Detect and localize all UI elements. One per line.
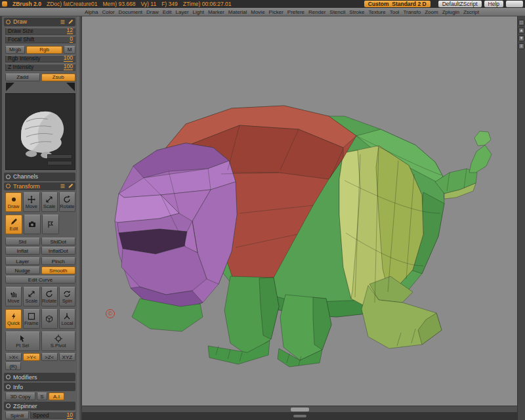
scroll-down-icon[interactable]: ▼: [518, 35, 524, 41]
preview-slider[interactable]: [47, 161, 72, 165]
palette-header-zspinner[interactable]: ZSpinner: [4, 402, 75, 410]
s-pivot-button[interactable]: S.Pivot: [41, 331, 76, 351]
button-label: Scale: [25, 299, 37, 304]
snapshot-button[interactable]: [24, 215, 41, 234]
ai-button[interactable]: A.I: [49, 392, 64, 400]
inflat-button[interactable]: Inflat: [5, 247, 40, 255]
s-button[interactable]: S: [37, 392, 47, 400]
z-intensity-slider[interactable]: Z Intensity100: [5, 64, 75, 71]
menu-item-zscript[interactable]: Zscript: [463, 9, 479, 15]
menu-item-document[interactable]: Document: [119, 9, 142, 15]
solid-button[interactable]: [41, 309, 58, 329]
menu-item-stroke[interactable]: Stroke: [349, 9, 364, 15]
ui-config-chip[interactable]: Custom Standard 2 D: [364, 1, 430, 7]
menu-item-edit[interactable]: Edit: [163, 9, 172, 15]
corner-triangle-left-icon[interactable]: [6, 83, 14, 91]
nav-rotate-button[interactable]: Rotate: [41, 287, 58, 306]
tray-divider[interactable]: [77, 16, 82, 420]
scale-mode-button[interactable]: Scale: [41, 192, 58, 212]
partial-button[interactable]: [506, 1, 523, 7]
spinit-button[interactable]: SpinIt: [5, 411, 29, 419]
menu-item-zoom[interactable]: Zoom: [425, 9, 438, 15]
document-canvas[interactable]: ©: [82, 16, 517, 406]
pt-sel-button[interactable]: Pt Sel: [5, 331, 40, 351]
menu-item-tool[interactable]: Tool: [390, 9, 400, 15]
std-button[interactable]: Std: [5, 238, 40, 245]
default-zscript-button[interactable]: DefaultZScript: [438, 1, 482, 7]
quick-button[interactable]: Quick: [5, 309, 22, 329]
menu-item-draw[interactable]: Draw: [146, 9, 159, 15]
palette-header-transform[interactable]: Transform: [4, 182, 75, 191]
rapid-button[interactable]: (R): [5, 362, 21, 370]
menu-item-layer[interactable]: Layer: [176, 9, 189, 15]
zadd-button[interactable]: Zadd: [5, 74, 40, 81]
lock-y-button[interactable]: >Y<: [23, 353, 39, 361]
menu-item-transfo[interactable]: Transfo: [403, 9, 421, 15]
palette-header-modifiers[interactable]: Modifiers: [4, 373, 75, 381]
focal-shift-slider[interactable]: Focal Shift0: [5, 36, 75, 43]
layer-button[interactable]: Layer: [5, 257, 40, 265]
speed-slider[interactable]: Speed10: [30, 411, 75, 419]
menu-item-texture[interactable]: Texture: [368, 9, 385, 15]
draw-size-slider[interactable]: Draw Size12: [5, 28, 75, 35]
draw-mode-button[interactable]: Draw: [5, 192, 22, 212]
r-row-row: (R): [5, 362, 75, 370]
lock-z-button[interactable]: >Z<: [41, 353, 58, 361]
menu-item-zplugin[interactable]: Zplugin: [442, 9, 459, 15]
slider-label: Speed: [33, 412, 49, 419]
lock-x-button[interactable]: >X<: [5, 353, 22, 361]
palette-header-draw[interactable]: Draw: [4, 18, 75, 26]
menu-item-prefere[interactable]: Prefere: [287, 9, 304, 15]
rgb-intensity-slider[interactable]: Rgb Intensity100: [5, 55, 75, 62]
scrollbar-handle[interactable]: [291, 408, 309, 411]
mrgb-button[interactable]: Mrgb: [5, 46, 25, 54]
zsub-button[interactable]: Zsub: [41, 74, 76, 81]
edit-curve-button[interactable]: Edit Curve: [5, 276, 75, 284]
smooth-button[interactable]: Smooth: [41, 266, 76, 274]
help-button[interactable]: Help: [484, 1, 503, 7]
local-button[interactable]: Local: [59, 309, 75, 329]
nav-move-button[interactable]: Move: [5, 287, 22, 306]
nudge-button[interactable]: Nudge: [5, 266, 40, 274]
menu-item-alpha[interactable]: Alpha: [85, 9, 98, 15]
button-label: Rotate: [60, 204, 74, 209]
frame-button[interactable]: Frame: [23, 309, 39, 329]
marker-button[interactable]: [42, 215, 59, 234]
move-cross-icon: [28, 196, 35, 203]
scroll-up-icon[interactable]: ▲: [518, 28, 524, 33]
nav-spin-button[interactable]: Spin: [59, 287, 75, 306]
palette-title: Info: [13, 384, 23, 390]
grip-dots-icon[interactable]: ∷: [518, 20, 524, 26]
m-button[interactable]: M: [64, 46, 75, 54]
rotate-icon: [45, 290, 53, 298]
stddot-button[interactable]: StdDot: [41, 238, 76, 245]
menu-item-picker[interactable]: Picker: [269, 9, 284, 15]
corner-triangle-right-icon[interactable]: [66, 83, 75, 91]
bottom-tray[interactable]: [82, 412, 517, 420]
move-mode-button[interactable]: Move: [23, 192, 39, 212]
pinch-button[interactable]: Pinch: [41, 257, 76, 265]
menu-item-light[interactable]: Light: [193, 9, 204, 15]
menu-item-render[interactable]: Render: [308, 9, 326, 15]
xyz-button[interactable]: XYZ: [59, 353, 75, 361]
inflatdot-button[interactable]: InflatDot: [41, 247, 76, 255]
preview-slider[interactable]: [47, 154, 72, 159]
tool-preview[interactable]: [5, 93, 75, 170]
menu-item-marker[interactable]: Marker: [208, 9, 224, 15]
bottom-tray-handle[interactable]: [293, 415, 306, 417]
menu-lines-icon[interactable]: ≡: [518, 43, 524, 49]
edit-button[interactable]: Edit: [5, 215, 22, 234]
menu-item-stencil[interactable]: Stencil: [329, 9, 345, 15]
menu-item-material[interactable]: Material: [228, 9, 247, 15]
palette-header-channels[interactable]: Channels: [4, 173, 75, 181]
nav-scale-button[interactable]: Scale: [23, 287, 39, 306]
rgb-button[interactable]: Rgb: [26, 46, 62, 54]
copy-3d-button[interactable]: 3D Copy: [5, 392, 35, 400]
palette-header-info[interactable]: Info: [4, 383, 75, 391]
slider-value: 12: [67, 28, 73, 34]
menu-item-color[interactable]: Color: [102, 9, 114, 15]
lightning-icon: [10, 312, 18, 320]
rotate-mode-button[interactable]: Rotate: [59, 192, 75, 212]
canvas-scrollbar[interactable]: [82, 406, 517, 412]
menu-item-movie[interactable]: Movie: [251, 9, 264, 15]
